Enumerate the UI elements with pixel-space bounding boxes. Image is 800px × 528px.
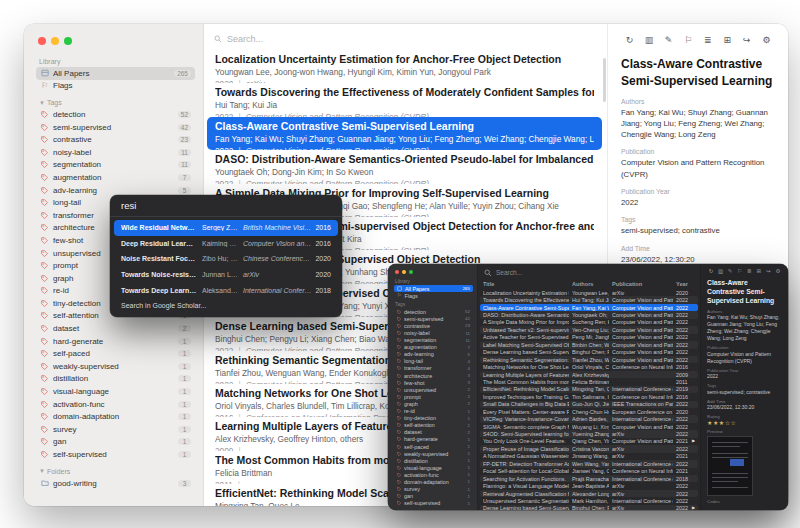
sidebar-item-tag[interactable]: semi-supervised 42 [36,121,195,134]
column-header-title[interactable]: Title [483,281,569,287]
column-header-authors[interactable]: Authors [572,281,609,287]
sidebar-item-tag[interactable]: prompt 2 [394,393,473,400]
table-row[interactable]: SIGMA: Semantic-complete Graph Matching … [480,423,698,430]
search-google-scholar-item[interactable]: Search in Google Scholar... [114,298,338,313]
search-result-row[interactable]: Towards Noise-resistant Object Detecti..… [114,267,338,283]
refresh-icon[interactable]: ↻ [707,268,715,274]
table-row[interactable]: VICReg: Variance-Invariance-Covariance R… [480,415,698,422]
sidebar-item-tag[interactable]: detection 52 [36,108,195,121]
minimize-window-button[interactable] [51,37,59,45]
sidebar-item-tag[interactable]: augmentation 7 [394,344,473,351]
sidebar-item-tag[interactable]: weakly-supervised 1 [394,450,473,457]
sidebar-item-flags[interactable]: ⚐ Flags [394,292,473,299]
close-window-button[interactable] [395,270,399,274]
sidebar-item-tag[interactable]: gan 1 [36,436,195,449]
scrollbar[interactable] [603,58,606,102]
sidebar-item-tag[interactable]: unsupervised 2 [394,386,473,393]
table-row[interactable]: Localization Uncertainty Estimation for … [480,289,698,296]
sidebar-item-tag[interactable]: hard-generate 1 [394,436,473,443]
minimize-window-button[interactable] [402,270,406,274]
table-row[interactable]: Searching for Activation Functions. Praj… [480,475,698,482]
sidebar-item-tag[interactable]: self-paced 1 [36,347,195,360]
table-row[interactable]: Rethinking Semantic Segmentation: A Prot… [480,356,698,363]
sidebar-item-tag[interactable]: survey 1 [36,423,195,436]
refresh-icon[interactable]: ↻ [623,35,636,45]
table-row[interactable]: Class-Aware Contrastive Semi-Supervised … [480,304,698,311]
sidebar-item-tag[interactable]: self-supervised 1 [394,500,473,507]
pdf-preview-thumbnail[interactable] [707,436,753,496]
search-bar[interactable]: Search... [478,264,700,279]
table-row[interactable]: Towards Discovering the Effectiveness of… [480,296,698,303]
edit-icon[interactable]: ✎ [726,268,734,274]
rating-stars[interactable]: ★★★☆☆ [707,419,782,426]
sidebar-item-tag[interactable]: contrastive 23 [394,322,473,329]
sidebar-item-tag[interactable]: graph 2 [394,400,473,407]
table-row[interactable]: Retrieval Augmented Classification for L… [480,490,698,497]
table-row[interactable]: Matching Networks for One Shot Learning.… [480,363,698,370]
table-view-icon[interactable]: ⊞ [721,35,734,45]
tags-section-header[interactable]: Tags [395,302,473,307]
table-row[interactable]: You Only Look One-Level Feature. Qiang C… [480,438,698,445]
list-view-icon[interactable]: ≣ [701,35,714,45]
sidebar-item-tag[interactable]: detection 52 [394,308,473,315]
table-row[interactable]: Label Matching Semi-Supervised Object De… [480,341,698,348]
sidebar-item-tag[interactable]: visual-language 1 [36,385,195,398]
trash-icon[interactable]: ▥ [643,35,656,45]
sidebar-item-tag[interactable]: augmentation 7 [36,171,195,184]
sidebar-item-all-papers[interactable]: All Papers 265 [36,67,195,80]
sidebar-item-tag[interactable]: dataset 2 [394,429,473,436]
close-window-button[interactable] [38,37,46,45]
column-header-publication[interactable]: Publication [612,281,673,287]
folders-section-header[interactable]: ▼ Folders [39,468,195,475]
sidebar-item-tag[interactable]: domain-adaptation 1 [394,478,473,485]
list-view-icon[interactable]: ≣ [745,268,753,274]
sidebar-item-tag[interactable]: activation-func 1 [36,398,195,411]
table-row[interactable]: Unsupervised Semantic Segmentation by Di… [480,497,698,504]
settings-icon[interactable]: ⚙ [774,268,782,274]
table-row[interactable]: The Most Common Habits from more than 20… [480,378,698,385]
search-result-row[interactable]: Towards Deep Learning Models Resista... … [114,282,338,298]
search-result-row[interactable]: Wide Residual Networks. Sergey Zag... Br… [114,220,338,236]
paper-list-item[interactable]: Class-Aware Contrastive Semi-Supervised … [207,117,602,150]
sidebar-item-tag[interactable]: segmentation 11 [394,337,473,344]
sidebar-item-tag[interactable]: semi-supervised 42 [394,315,473,322]
sidebar-item-tag[interactable]: hard-generate 1 [36,335,195,348]
sidebar-item-tag[interactable]: adv-learning 5 [394,351,473,358]
sidebar-item-tag[interactable]: dataset 2 [36,322,195,335]
sidebar-item-tag[interactable]: long-tail 4 [394,358,473,365]
sidebar-item-tag[interactable]: distillation 1 [36,373,195,386]
sidebar-item-tag[interactable]: noisy-label 11 [394,329,473,336]
sidebar-item-tag[interactable]: transformer 4 [394,365,473,372]
table-row[interactable]: FP-DETR: Detection Transformer Advanced … [480,460,698,467]
share-icon[interactable]: ↪ [740,35,753,45]
sidebar-item-tag[interactable]: few-shot 3 [394,379,473,386]
sidebar-item-tag[interactable]: activation-func 1 [394,471,473,478]
table-row[interactable]: Learning Multiple Layers of Features fro… [480,371,698,378]
sidebar-item-tag[interactable]: weakly-supervised 1 [36,360,195,373]
zoom-window-button[interactable] [64,37,72,45]
column-header-year[interactable]: Year [676,281,689,287]
sidebar-item-tag[interactable]: self-paced 1 [394,443,473,450]
sidebar-item-tag[interactable]: re-id 1 [394,408,473,415]
sidebar-item-tag[interactable]: survey 1 [394,486,473,493]
sidebar-item-tag[interactable]: domain-adaptation 1 [36,410,195,423]
paper-list-item[interactable]: DASO: Distribution-Aware Semantics-Orien… [207,150,602,183]
sidebar-item-tag[interactable]: gan 1 [394,493,473,500]
settings-icon[interactable]: ⚙ [760,35,773,45]
search-result-row[interactable]: Deep Residual Learning for Image Reco...… [114,236,338,252]
table-row[interactable]: Unbiased Teacher v2: Semi-supervised Obj… [480,326,698,333]
table-row[interactable]: Focal Self-attention for Local-Global In… [480,468,698,475]
table-row[interactable]: A Normalized Gaussian Wasserstein Distan… [480,453,698,460]
paper-list-item[interactable]: Towards Discovering the Effectiveness of… [207,83,602,116]
sidebar-item-tag[interactable]: segmentation 11 [36,159,195,172]
flag-icon[interactable]: ⚐ [682,35,695,45]
table-row[interactable]: DASO: Distribution-Aware Semantics-Orien… [480,311,698,318]
sidebar-item-tag[interactable]: self-attention 1 [394,422,473,429]
sidebar-item-tag[interactable]: contrastive 23 [36,133,195,146]
sidebar-item-tag[interactable]: self-supervised 1 [36,448,195,461]
table-view-icon[interactable]: ⊞ [755,268,763,274]
table-row[interactable]: Flamingo: a Visual Language Model for Fe… [480,482,698,489]
sidebar-item-tag[interactable]: visual-language 1 [394,464,473,471]
sidebar-item-flags[interactable]: ⚐ Flags [36,80,195,93]
sidebar-item-tag[interactable]: noisy-label 11 [36,146,195,159]
